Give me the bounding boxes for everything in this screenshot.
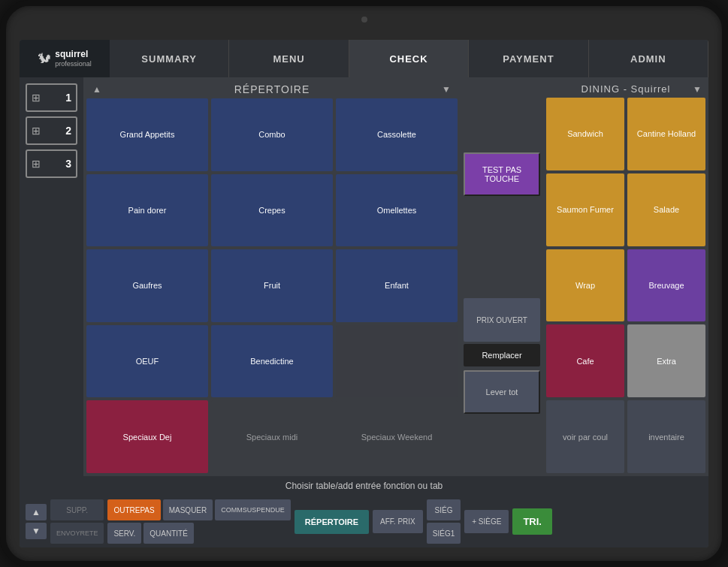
nav-up-btn[interactable]: ▲ bbox=[26, 504, 47, 520]
tab-check[interactable]: CHECK bbox=[349, 40, 469, 77]
table-item-3[interactable]: ⊞ 3 bbox=[26, 149, 77, 178]
menu-btn-grand-appetits[interactable]: Grand Appetits bbox=[86, 98, 208, 171]
menu-btn-speciaux-weekend[interactable]: Speciaux Weekend bbox=[336, 400, 458, 473]
test-pas-touche-btn[interactable]: TEST PAS TOUCHE bbox=[464, 152, 540, 196]
table-item-1[interactable]: ⊞ 1 bbox=[26, 83, 77, 112]
menu-btn-oeuf[interactable]: OEUF bbox=[86, 325, 208, 398]
table-num-2: 2 bbox=[65, 125, 71, 137]
repertoire-action-btn[interactable]: RÉPERTOIRE bbox=[295, 510, 369, 534]
screen: 🐿 squirrel professional SUMMARY MENU CHE… bbox=[20, 40, 708, 547]
aff-prix-btn[interactable]: AFF. PRIX bbox=[373, 510, 423, 533]
nav-bar: 🐿 squirrel professional SUMMARY MENU CHE… bbox=[20, 40, 708, 77]
table-sidebar: ⊞ 1 ⊞ 2 ⊞ 3 bbox=[20, 77, 83, 476]
table-item-2[interactable]: ⊞ 2 bbox=[26, 116, 77, 145]
remplacer-btn[interactable]: Remplacer bbox=[464, 344, 540, 366]
menu-btn-speciaux-dej[interactable]: Speciaux Dej bbox=[86, 400, 208, 473]
repertoire-grid: Grand Appetits Combo Cassolette Pain dor… bbox=[86, 98, 458, 473]
tab-summary[interactable]: SUMMARY bbox=[110, 40, 229, 77]
dining-btn-saumon-fumer[interactable]: Saumon Fumer bbox=[546, 173, 624, 246]
dining-btn-cantine-holland[interactable]: Cantine Holland bbox=[627, 98, 705, 170]
quantite-btn[interactable]: QUANTITÉ bbox=[143, 523, 194, 544]
outrepas-btn[interactable]: OUTREPAS bbox=[107, 499, 160, 520]
prix-ouvert-btn[interactable]: PRIX OUVERT bbox=[464, 298, 540, 342]
tab-admin[interactable]: ADMIN bbox=[589, 40, 708, 77]
sieg-col: SIÉG SIÉG1 bbox=[427, 499, 461, 544]
tab-payment[interactable]: PAYMENT bbox=[469, 40, 588, 77]
serv-btn[interactable]: SERV. bbox=[107, 523, 141, 544]
logo-text: squirrel professional bbox=[55, 49, 92, 68]
action-bar: ▲ ▼ SUPP. ENVOYRETE OUTREPAS MASQUER COM… bbox=[20, 496, 708, 547]
menu-btn-empty bbox=[336, 325, 458, 398]
nav-arrows: ▲ ▼ bbox=[26, 504, 47, 539]
menu-btn-benedictine[interactable]: Benedictine bbox=[211, 325, 333, 398]
dining-btn-cafe[interactable]: Cafe bbox=[546, 324, 624, 397]
tab-menu[interactable]: MENU bbox=[229, 40, 349, 77]
dining-btn-sandwich[interactable]: Sandwich bbox=[546, 98, 624, 170]
envoyrete-btn[interactable]: ENVOYRETE bbox=[50, 523, 104, 544]
repertoire-section: ▲ RÉPERTOIRE ▼ Grand Appetits Combo Cass… bbox=[83, 77, 461, 476]
commsuspendue-btn[interactable]: COMMSUSPENDUE bbox=[215, 499, 291, 520]
table-icon-1: ⊞ bbox=[32, 92, 41, 104]
lever-tot-btn[interactable]: Lever tot bbox=[464, 370, 540, 414]
dining-arrow-down[interactable]: ▼ bbox=[693, 84, 702, 95]
logo-area: 🐿 squirrel professional bbox=[20, 40, 110, 77]
dining-btn-voir[interactable]: voir par coul bbox=[546, 400, 624, 473]
menu-btn-cassolette[interactable]: Cassolette bbox=[336, 98, 458, 171]
dining-btn-inventaire[interactable]: inventaire bbox=[627, 400, 705, 473]
status-message: Choisir table/add entrée fonction ou tab bbox=[285, 481, 443, 491]
plus-siege-btn[interactable]: + SIÈGE bbox=[464, 510, 509, 533]
menu-btn-enfant[interactable]: Enfant bbox=[336, 249, 458, 322]
repertoire-arrow-down[interactable]: ▼ bbox=[442, 84, 452, 95]
repertoire-header: ▲ RÉPERTOIRE ▼ bbox=[86, 80, 458, 98]
sieg1-btn[interactable]: SIÉG1 bbox=[427, 523, 461, 544]
dining-btn-wrap[interactable]: Wrap bbox=[546, 249, 624, 322]
menu-btn-gaufres[interactable]: Gaufres bbox=[86, 249, 208, 322]
menu-btn-combo[interactable]: Combo bbox=[211, 98, 333, 171]
nav-down-btn[interactable]: ▼ bbox=[26, 523, 47, 539]
main-actions-col: OUTREPAS MASQUER COMMSUSPENDUE SERV. QUA… bbox=[107, 499, 290, 544]
repertoire-arrow-up[interactable]: ▲ bbox=[92, 84, 102, 95]
dining-section: DINING - Squirrel ▼ Sandwich Cantine Hol… bbox=[543, 77, 708, 476]
masquer-btn[interactable]: MASQUER bbox=[163, 499, 213, 520]
menu-btn-omellettes[interactable]: Omellettes bbox=[336, 174, 458, 247]
camera bbox=[361, 17, 367, 23]
tri-btn[interactable]: TRI. bbox=[512, 508, 552, 535]
table-num-3: 3 bbox=[65, 158, 71, 170]
supp-env-col: SUPP. ENVOYRETE bbox=[50, 499, 104, 544]
main-content: ⊞ 1 ⊞ 2 ⊞ 3 ▲ RÉPERTOIRE ▼ bbox=[20, 77, 708, 476]
menu-btn-crepes[interactable]: Crepes bbox=[211, 174, 333, 247]
menu-btn-speciaux-midi[interactable]: Speciaux midi bbox=[211, 400, 333, 473]
menu-btn-pain-dorer[interactable]: Pain dorer bbox=[86, 174, 208, 247]
squirrel-icon: 🐿 bbox=[38, 51, 51, 67]
tablet-shell: 🐿 squirrel professional SUMMARY MENU CHE… bbox=[0, 0, 728, 567]
dining-btn-salade[interactable]: Salade bbox=[627, 173, 705, 246]
supp-btn[interactable]: SUPP. bbox=[50, 499, 104, 520]
dining-header: DINING - Squirrel ▼ bbox=[546, 80, 705, 98]
status-bar: Choisir table/add entrée fonction ou tab bbox=[20, 476, 708, 496]
dining-title: DINING - Squirrel bbox=[581, 83, 671, 95]
action-row2: SERV. QUANTITÉ bbox=[107, 523, 290, 544]
table-icon-2: ⊞ bbox=[32, 125, 41, 137]
table-icon-3: ⊞ bbox=[32, 158, 41, 170]
dining-btn-extra[interactable]: Extra bbox=[627, 324, 705, 397]
sieg-btn[interactable]: SIÉG bbox=[427, 499, 461, 520]
nav-tabs: SUMMARY MENU CHECK PAYMENT ADMIN bbox=[110, 40, 708, 77]
repertoire-title: RÉPERTOIRE bbox=[234, 83, 310, 95]
dining-grid: Sandwich Cantine Holland Saumon Fumer Sa… bbox=[546, 98, 705, 473]
middle-col: TEST PAS TOUCHE PRIX OUVERT Remplacer Le… bbox=[461, 77, 543, 476]
menu-btn-fruit[interactable]: Fruit bbox=[211, 249, 333, 322]
dining-btn-breuvage[interactable]: Breuvage bbox=[627, 249, 705, 322]
action-row1: OUTREPAS MASQUER COMMSUSPENDUE bbox=[107, 499, 290, 520]
table-num-1: 1 bbox=[65, 92, 71, 104]
